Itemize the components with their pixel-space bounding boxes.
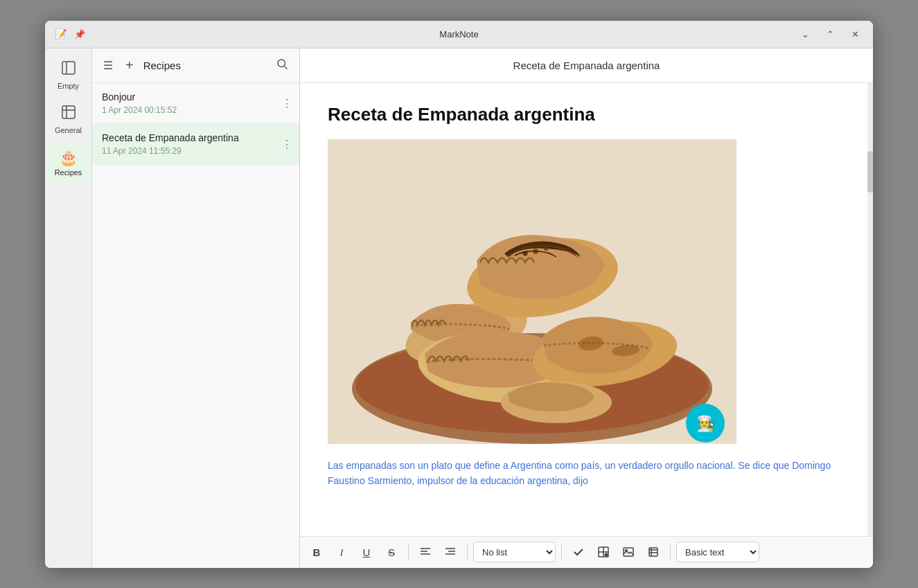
note-title: Receta de Empanada argentina [102, 132, 290, 143]
editor-header: Receta de Empanada argentina [300, 48, 873, 83]
toolbar-divider-2 [467, 544, 468, 560]
sidebar-item-general-label: General [55, 126, 82, 134]
scrollbar-track[interactable] [867, 83, 873, 536]
align-left-button[interactable] [414, 541, 436, 563]
empty-icon [60, 60, 77, 79]
note-item-bonjour[interactable]: Bonjour 1 Apr 2024 00:15:52 ⋮ [92, 83, 299, 124]
image-insert-button[interactable] [617, 541, 639, 563]
italic-button[interactable]: I [330, 541, 353, 563]
app-icon: 📝 [53, 27, 67, 41]
close-button[interactable]: ✕ [845, 26, 865, 42]
document-title: Receta de Empanada argentina [328, 104, 845, 125]
main-content: Empty General 🎂 Recipes [45, 48, 873, 568]
note-context-menu-button[interactable]: ⋮ [281, 96, 292, 109]
editor-panel: Receta de Empanada argentina Receta de E… [300, 48, 873, 568]
list-type-select[interactable]: No list Bullet list Numbered list Check … [473, 542, 556, 562]
window-controls: ⌄ ⌃ ✕ [795, 26, 865, 42]
editor-header-title: Receta de Empanada argentina [513, 60, 660, 71]
minimize-button[interactable]: ⌄ [795, 26, 815, 42]
panel-title: Recipes [143, 60, 181, 71]
text-style-select[interactable]: Basic text Heading 1 Heading 2 Heading 3 [676, 542, 759, 562]
maximize-button[interactable]: ⌃ [820, 26, 840, 42]
svg-rect-0 [62, 62, 75, 74]
more-options-button[interactable] [642, 541, 664, 563]
editor-toolbar: B I U S [300, 536, 873, 568]
notes-panel-header: ☰ + Recipes [92, 48, 299, 83]
check-button[interactable] [567, 541, 590, 563]
note-date: 11 Apr 2024 11:55:29 [102, 146, 290, 156]
document-image: 👨‍🍳 [328, 139, 736, 444]
strikethrough-button[interactable]: S [380, 541, 403, 563]
note-context-menu-button[interactable]: ⋮ [281, 137, 292, 150]
editor-body[interactable]: Receta de Empanada argentina [300, 83, 873, 536]
sidebar-item-recipes[interactable]: 🎂 Recipes [48, 143, 89, 184]
note-title: Bonjour [102, 91, 290, 103]
header-left: ☰ + Recipes [100, 55, 181, 75]
app-title: MarkNote [439, 29, 478, 39]
sidebar-item-empty[interactable]: Empty [48, 54, 89, 96]
note-date: 1 Apr 2024 00:15:52 [102, 105, 290, 115]
document-body-text: Las empanadas son un plato que define a … [328, 458, 845, 489]
pin-icon: 📌 [73, 27, 87, 41]
svg-text:👨‍🍳: 👨‍🍳 [696, 414, 716, 433]
add-note-button[interactable]: + [123, 55, 136, 75]
sidebar: Empty General 🎂 Recipes [45, 48, 92, 568]
app-window: 📝 📌 MarkNote ⌄ ⌃ ✕ Empty [45, 21, 873, 568]
svg-point-5 [278, 60, 285, 67]
sidebar-item-empty-label: Empty [58, 82, 79, 90]
toolbar-divider-4 [670, 544, 671, 560]
sidebar-item-recipes-label: Recipes [55, 168, 82, 177]
general-icon [60, 104, 77, 123]
search-button[interactable] [273, 55, 291, 75]
note-item-empanada[interactable]: Receta de Empanada argentina 11 Apr 2024… [92, 124, 299, 165]
align-right-button[interactable] [439, 541, 461, 563]
svg-line-6 [285, 66, 288, 69]
toolbar-divider-3 [561, 544, 562, 560]
bold-button[interactable]: B [306, 541, 328, 563]
toolbar-divider-1 [408, 544, 409, 560]
notes-panel: ☰ + Recipes Bonjour 1 Apr 2024 00:15:52 … [92, 48, 300, 568]
table-insert-button[interactable] [592, 541, 615, 563]
underline-button[interactable]: U [355, 541, 378, 563]
sidebar-item-general[interactable]: General [48, 98, 89, 140]
menu-button[interactable]: ☰ [100, 56, 116, 75]
scrollbar-thumb[interactable] [867, 151, 873, 193]
notes-list: Bonjour 1 Apr 2024 00:15:52 ⋮ Receta de … [92, 83, 299, 568]
recipes-icon: 🎂 [59, 150, 78, 166]
svg-rect-2 [62, 106, 75, 118]
title-bar-left: 📝 📌 [53, 27, 87, 41]
title-bar: 📝 📌 MarkNote ⌄ ⌃ ✕ [45, 21, 873, 48]
svg-rect-36 [649, 548, 657, 556]
svg-point-13 [544, 247, 548, 251]
